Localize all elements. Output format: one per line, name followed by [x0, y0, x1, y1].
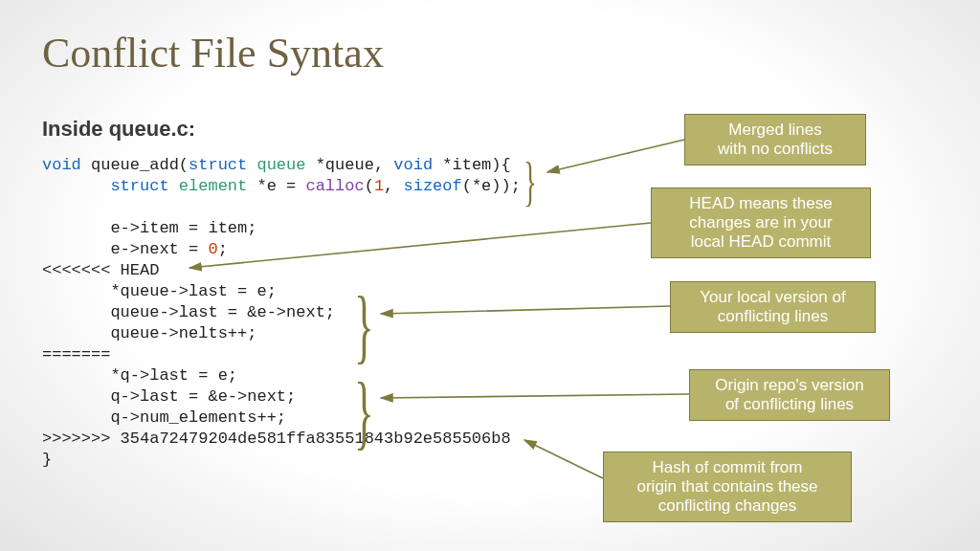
- code-token: *e =: [256, 177, 305, 195]
- svg-line-0: [547, 140, 684, 172]
- code-token: *queue->last = e;: [42, 282, 277, 300]
- code-token: =======: [42, 345, 110, 364]
- code-token: ,: [384, 177, 403, 195]
- code-token: void: [42, 156, 81, 174]
- code-token: e->next =: [42, 240, 208, 258]
- callout-local: Your local version ofconflicting lines: [670, 281, 876, 333]
- code-token: queue: [247, 156, 315, 174]
- code-token: queue->nelts++;: [42, 324, 256, 342]
- code-token: *item){: [433, 156, 511, 174]
- code-block: void queue_add(struct queue *queue, void…: [42, 155, 521, 471]
- callout-merged: Merged lineswith no conflicts: [684, 114, 866, 165]
- code-token: *queue,: [316, 156, 394, 174]
- slide-title: Conflict File Syntax: [42, 29, 384, 77]
- callout-hash: Hash of commit fromorigin that contains …: [603, 452, 852, 522]
- code-token: element: [169, 177, 257, 195]
- code-token: <<<<<<< HEAD: [42, 261, 159, 279]
- brace-local: }: [354, 277, 374, 373]
- code-token: q->num_elements++;: [42, 408, 286, 427]
- code-token: e->item = item;: [42, 219, 256, 237]
- code-token: struct: [189, 156, 247, 174]
- callout-origin: Origin repo's versionof conflicting line…: [689, 369, 890, 421]
- subtitle: Inside queue.c:: [42, 117, 195, 142]
- callout-head: HEAD means thesechanges are in yourlocal…: [651, 187, 871, 258]
- code-token: }: [42, 451, 52, 469]
- code-token: calloc: [305, 177, 364, 195]
- svg-line-4: [524, 440, 603, 478]
- code-token: struct: [42, 177, 169, 195]
- code-token: queue_add(: [81, 156, 189, 174]
- code-token: 0: [208, 240, 217, 258]
- code-token: (*e));: [462, 177, 521, 195]
- code-token: void: [393, 156, 433, 174]
- code-token: >>>>>>> 354a72479204de581ffa83551843b92e…: [42, 430, 511, 448]
- code-token: q->last = &e->next;: [42, 387, 296, 406]
- brace-origin: }: [354, 364, 374, 459]
- code-token: *q->last = e;: [42, 366, 237, 385]
- code-token: queue->last = &e->next;: [42, 303, 335, 321]
- code-token: (: [365, 177, 374, 195]
- code-token: 1: [374, 177, 384, 195]
- code-token: ;: [218, 240, 228, 258]
- code-token: sizeof: [404, 177, 462, 195]
- brace-merged: }: [523, 149, 537, 213]
